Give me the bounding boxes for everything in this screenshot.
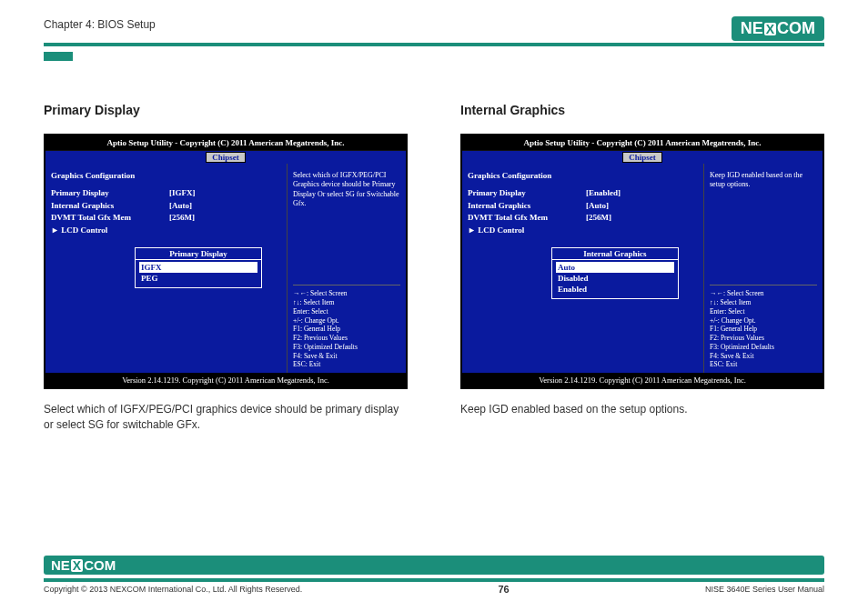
key-hint: ESC: Exit [710,360,817,369]
bios-screen: Aptio Setup Utility - Copyright (C) 2011… [460,134,824,389]
key-hint: +/-: Change Opt. [710,316,817,326]
brand-logo: NE X COM [732,16,824,41]
key-hint: F4: Save & Exit [293,352,400,361]
popup-options: Auto Disabled Enabled [552,260,678,298]
accent-tab [44,52,73,61]
column-right: Internal Graphics Aptio Setup Utility - … [460,103,824,433]
popup-title: Internal Graphics [552,248,678,260]
key-hint: F3: Optimized Defaults [710,343,817,352]
popup-option[interactable]: Enabled [556,284,674,295]
popup-option[interactable]: PEG [139,273,257,284]
bios-left-pane: Graphics Configuration Primary Display[I… [45,164,288,373]
key-hint: F1: General Help [710,325,817,334]
manual-title: NISE 3640E Series User Manual [705,585,824,594]
page-header: Chapter 4: BIOS Setup NE X COM [44,16,824,46]
config-row[interactable]: Primary Display[Enabled] [468,187,698,200]
key-hint: →←: Select Screen [710,289,817,298]
key-hint: ↑↓: Select Item [293,298,400,307]
page-footer: NE X COM Copyright © 2013 NEXCOM Interna… [44,557,824,595]
section-title: Internal Graphics [460,103,824,117]
bios-tab-chipset[interactable]: Chipset [622,152,662,163]
bios-body: Graphics Configuration Primary Display[E… [462,164,823,373]
bios-titlebar: Aptio Setup Utility - Copyright (C) 2011… [45,135,406,151]
config-row[interactable]: Primary Display[IGFX] [51,187,281,200]
key-hint: →←: Select Screen [293,289,400,298]
section-title: Primary Display [44,103,408,117]
key-hint: Enter: Select [293,307,400,316]
key-hint: F1: General Help [293,325,400,334]
config-row[interactable]: ► LCD Control [468,225,698,237]
bios-right-pane: Keep IGD enabled based on the setup opti… [704,164,823,373]
config-row[interactable]: DVMT Total Gfx Mem[256M] [51,212,281,225]
config-heading: Graphics Configuration [468,171,698,180]
config-row[interactable]: Internal Graphics[Auto] [51,200,281,213]
config-row[interactable]: ► LCD Control [51,225,281,237]
bios-left-pane: Graphics Configuration Primary Display[E… [462,164,704,373]
bios-keymap: →←: Select Screen ↑↓: Select Item Enter:… [710,285,817,369]
bios-body: Graphics Configuration Primary Display[I… [45,164,406,373]
bios-screen: Aptio Setup Utility - Copyright (C) 2011… [44,134,408,389]
key-hint: F3: Optimized Defaults [293,343,400,352]
bios-tabs: Chipset [45,151,406,164]
config-row[interactable]: Internal Graphics[Auto] [468,200,698,213]
bios-tabs: Chipset [462,151,823,164]
section-description: Keep IGD enabled based on the setup opti… [460,402,824,417]
bios-popup: Primary Display IGFX PEG [135,247,262,288]
popup-options: IGFX PEG [136,260,261,287]
section-description: Select which of IGFX/PEG/PCI graphics de… [44,402,408,433]
bios-popup: Internal Graphics Auto Disabled Enabled [551,247,679,299]
bios-help-text: Keep IGD enabled based on the setup opti… [710,171,817,190]
key-hint: Enter: Select [710,307,817,316]
key-hint: F2: Previous Values [710,334,817,343]
content-columns: Primary Display Aptio Setup Utility - Co… [44,103,824,433]
column-left: Primary Display Aptio Setup Utility - Co… [44,103,408,433]
bios-right-pane: Select which of IGFX/PEG/PCI Graphics de… [288,164,406,373]
popup-option[interactable]: Disabled [556,273,674,284]
key-hint: +/-: Change Opt. [293,316,400,326]
footer-brand-logo: NE X COM [44,556,824,575]
bios-help-text: Select which of IGFX/PEG/PCI Graphics de… [293,171,400,209]
key-hint: F2: Previous Values [293,334,400,343]
config-row[interactable]: DVMT Total Gfx Mem[256M] [468,212,698,225]
bios-footer: Version 2.14.1219. Copyright (C) 2011 Am… [462,373,823,387]
key-hint: F4: Save & Exit [710,352,817,361]
popup-option[interactable]: IGFX [139,262,257,273]
page-number: 76 [498,584,509,595]
config-heading: Graphics Configuration [51,171,281,180]
bios-titlebar: Aptio Setup Utility - Copyright (C) 2011… [462,135,823,151]
bios-keymap: →←: Select Screen ↑↓: Select Item Enter:… [293,285,400,369]
popup-title: Primary Display [136,248,261,260]
bios-tab-chipset[interactable]: Chipset [206,152,246,163]
key-hint: ↑↓: Select Item [710,298,817,307]
bios-footer: Version 2.14.1219. Copyright (C) 2011 Am… [45,373,406,387]
key-hint: ESC: Exit [293,360,400,369]
popup-option[interactable]: Auto [556,262,674,273]
copyright-text: Copyright © 2013 NEXCOM International Co… [44,585,302,594]
chapter-title: Chapter 4: BIOS Setup [44,16,156,31]
